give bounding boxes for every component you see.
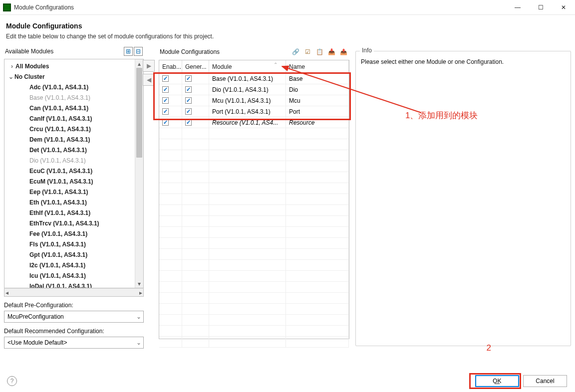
tool-copy-icon[interactable]: 📋 bbox=[314, 47, 324, 57]
table-row[interactable] bbox=[159, 172, 349, 183]
app-icon bbox=[3, 3, 11, 11]
tree-item[interactable]: Fls (V1.0.1, AS4.3.1) bbox=[4, 239, 135, 250]
tree-item[interactable]: EcuC (V1.0.1, AS4.3.1) bbox=[4, 166, 135, 177]
tool-export-icon[interactable]: 📤 bbox=[338, 47, 348, 57]
ok-button[interactable]: O͟K bbox=[475, 375, 519, 387]
table-row[interactable] bbox=[159, 183, 349, 194]
module-cell: Resource (V1.0.1, AS4... bbox=[209, 117, 286, 128]
tree-item[interactable]: I2c (V1.0.1, AS4.3.1) bbox=[4, 260, 135, 271]
vertical-scrollbar[interactable]: ▴ ▾ bbox=[135, 59, 143, 288]
table-row[interactable] bbox=[159, 293, 349, 304]
table-row[interactable] bbox=[159, 326, 349, 337]
help-icon[interactable]: ? bbox=[7, 376, 17, 386]
close-button[interactable]: ✕ bbox=[552, 0, 575, 15]
enable-checkbox[interactable]: ✓ bbox=[162, 97, 169, 104]
rec-config-select[interactable]: <Use Module Default> ⌄ bbox=[4, 337, 144, 349]
enable-checkbox[interactable]: ✓ bbox=[162, 108, 169, 115]
remove-module-button[interactable]: ◀ bbox=[143, 74, 155, 86]
table-row[interactable] bbox=[159, 139, 349, 150]
tree-item[interactable]: EthTrcv (V1.0.1, AS4.3.1) bbox=[4, 218, 135, 229]
tree-item[interactable]: Base (V1.0.1, AS4.3.1) bbox=[4, 93, 135, 103]
tree-item[interactable]: IoDal (V1.0.1, AS4.3.1) bbox=[4, 281, 135, 288]
table-row[interactable] bbox=[159, 337, 349, 348]
tree-item[interactable]: Eep (V1.0.1, AS4.3.1) bbox=[4, 187, 135, 197]
tree-item[interactable]: CanIf (V1.0.1, AS4.3.1) bbox=[4, 114, 135, 124]
pre-config-value: McuPreConfiguration bbox=[7, 313, 64, 320]
tree-item[interactable]: Crcu (V1.0.1, AS4.3.1) bbox=[4, 124, 135, 135]
tree-item[interactable]: Can (V1.0.1, AS4.3.1) bbox=[4, 103, 135, 114]
generate-checkbox[interactable]: ✓ bbox=[185, 86, 192, 93]
scroll-right-icon[interactable]: ▸ bbox=[139, 289, 142, 296]
tree-item[interactable]: EcuM (V1.0.1, AS4.3.1) bbox=[4, 177, 135, 187]
minimize-button[interactable]: — bbox=[506, 0, 529, 15]
scroll-up-icon[interactable]: ▴ bbox=[135, 59, 143, 68]
table-row[interactable] bbox=[159, 205, 349, 216]
horizontal-scrollbar[interactable]: ◂ ▸ bbox=[4, 288, 144, 297]
enable-checkbox[interactable]: ✓ bbox=[162, 86, 169, 93]
cancel-button[interactable]: Cancel bbox=[523, 375, 567, 387]
table-row[interactable] bbox=[159, 150, 349, 161]
col-module[interactable]: Module bbox=[209, 60, 286, 73]
tree-item[interactable]: Eth (V1.0.1, AS4.3.1) bbox=[4, 197, 135, 208]
name-cell: Port bbox=[286, 106, 349, 117]
enable-checkbox[interactable]: ✓ bbox=[162, 75, 169, 82]
tree-item[interactable]: EthIf (V1.0.1, AS4.3.1) bbox=[4, 208, 135, 218]
tool-check-icon[interactable]: ☑ bbox=[302, 47, 312, 57]
table-row[interactable] bbox=[159, 194, 349, 205]
tree-item[interactable]: Dem (V1.0.1, AS4.3.1) bbox=[4, 135, 135, 145]
enable-checkbox[interactable]: ✓ bbox=[162, 119, 169, 126]
table-row[interactable]: ✓✓Resource (V1.0.1, AS4...Resource bbox=[159, 117, 349, 128]
table-row[interactable] bbox=[159, 227, 349, 238]
table-row[interactable] bbox=[159, 216, 349, 227]
tree-item[interactable]: Dio (V1.0.1, AS4.3.1) bbox=[4, 156, 135, 166]
generate-checkbox[interactable]: ✓ bbox=[185, 108, 192, 115]
module-cell: Base (V1.0.1, AS4.3.1) bbox=[209, 73, 286, 84]
tree-no-cluster[interactable]: ⌄No Cluster bbox=[4, 72, 135, 82]
table-row[interactable] bbox=[159, 238, 349, 249]
table-row[interactable]: ✓✓Dio (V1.0.1, AS4.3.1)Dio bbox=[159, 84, 349, 95]
col-generate[interactable]: Gener... bbox=[182, 60, 209, 73]
tree-item[interactable]: Adc (V1.0.1, AS4.3.1) bbox=[4, 82, 135, 93]
table-row[interactable]: ✓✓Base (V1.0.1, AS4.3.1)Base bbox=[159, 73, 349, 84]
tree-item[interactable]: Gpt (V1.0.1, AS4.3.1) bbox=[4, 250, 135, 260]
table-row[interactable] bbox=[159, 161, 349, 172]
table-row[interactable]: ✓✓Port (V1.0.1, AS4.3.1)Port bbox=[159, 106, 349, 117]
table-row[interactable] bbox=[159, 282, 349, 293]
table-row[interactable] bbox=[159, 304, 349, 315]
generate-checkbox[interactable]: ✓ bbox=[185, 119, 192, 126]
tree-all-modules[interactable]: ›All Modules bbox=[4, 61, 135, 72]
table-row[interactable] bbox=[159, 260, 349, 271]
collapse-all-button[interactable]: ⊟ bbox=[134, 47, 143, 56]
tool-link-icon[interactable]: 🔗 bbox=[290, 47, 300, 57]
tree-item[interactable]: Det (V1.0.1, AS4.3.1) bbox=[4, 145, 135, 156]
add-module-button[interactable]: ▶ bbox=[143, 60, 155, 72]
config-table: Enab... Gener... Module Name ✓✓Base (V1.… bbox=[159, 60, 349, 339]
tool-import-icon[interactable]: 📥 bbox=[326, 47, 336, 57]
maximize-button[interactable]: ☐ bbox=[529, 0, 552, 15]
page-subtitle: Edit the table below to change the set o… bbox=[6, 33, 567, 40]
scroll-down-icon[interactable]: ▾ bbox=[135, 279, 143, 288]
generate-checkbox[interactable]: ✓ bbox=[185, 75, 192, 82]
module-tree[interactable]: ›All Modules⌄No ClusterAdc (V1.0.1, AS4.… bbox=[4, 59, 144, 288]
page-title: Module Configurations bbox=[6, 22, 567, 30]
table-row[interactable] bbox=[159, 271, 349, 282]
info-legend: Info bbox=[360, 47, 374, 54]
tree-item[interactable]: Fee (V1.0.1, AS4.3.1) bbox=[4, 229, 135, 239]
dialog-header: Module Configurations Edit the table bel… bbox=[0, 15, 575, 45]
dialog-footer: ? O͟K Cancel bbox=[0, 373, 575, 392]
scroll-left-icon[interactable]: ◂ bbox=[5, 289, 8, 296]
pre-config-select[interactable]: McuPreConfiguration ⌄ bbox=[4, 311, 144, 323]
table-row[interactable] bbox=[159, 128, 349, 139]
generate-checkbox[interactable]: ✓ bbox=[185, 97, 192, 104]
pre-config-label: Default Pre-Configuration: bbox=[4, 302, 144, 309]
rec-config-label: Default Recommended Configuration: bbox=[4, 328, 144, 335]
table-row[interactable] bbox=[159, 249, 349, 260]
table-row[interactable]: ✓✓Mcu (V1.0.1, AS4.3.1)Mcu bbox=[159, 95, 349, 106]
module-cell: Mcu (V1.0.1, AS4.3.1) bbox=[209, 95, 286, 106]
tree-item[interactable]: Icu (V1.0.1, AS4.3.1) bbox=[4, 271, 135, 281]
col-enable[interactable]: Enab... bbox=[159, 60, 182, 73]
col-name[interactable]: Name bbox=[286, 60, 349, 73]
table-row[interactable] bbox=[159, 315, 349, 326]
expand-all-button[interactable]: ⊞ bbox=[124, 47, 133, 56]
scroll-thumb[interactable] bbox=[136, 68, 142, 158]
